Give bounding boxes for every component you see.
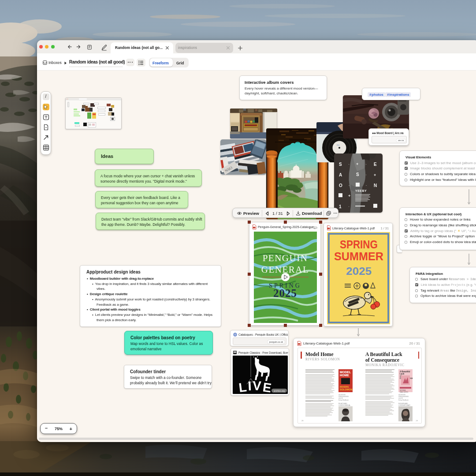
svg-text:2025: 2025	[346, 265, 372, 277]
svg-text:-: -	[366, 184, 367, 187]
svg-text:+: +	[348, 194, 350, 198]
svg-text:E: E	[374, 162, 377, 167]
svg-text:SUMMER: SUMMER	[334, 250, 383, 263]
svg-text:PENGUIN: PENGUIN	[263, 253, 308, 263]
svg-text:I: I	[248, 379, 252, 393]
svg-text:A: A	[339, 172, 342, 177]
svg-text:1: 1	[339, 204, 342, 209]
svg-text:O: O	[339, 183, 342, 188]
svg-text:blue: blue	[337, 144, 340, 146]
svg-text:S: S	[356, 172, 359, 177]
svg-text:+: +	[356, 162, 358, 166]
svg-text:+: +	[374, 173, 376, 177]
svg-text:E: E	[262, 380, 272, 394]
svg-text:-: -	[349, 184, 350, 187]
svg-text:N: N	[374, 183, 377, 188]
svg-text:V: V	[253, 379, 262, 393]
svg-text:SPRING: SPRING	[340, 238, 378, 251]
svg-text:2025: 2025	[273, 287, 297, 299]
svg-text:S: S	[339, 162, 342, 167]
svg-text:YEEBY: YEEBY	[355, 189, 367, 192]
